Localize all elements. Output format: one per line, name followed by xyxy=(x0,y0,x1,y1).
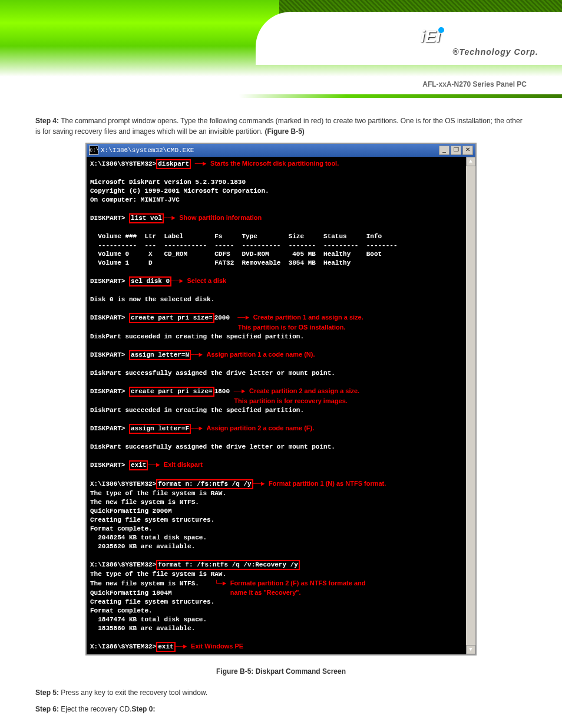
terminal-line: DiskPart successfully assigned the drive… xyxy=(90,369,462,378)
terminal-line: DISKPART> list vol──► Show partition inf… xyxy=(90,213,462,223)
terminal-line: QuickFormatting 1804M name it as "Recove… xyxy=(90,588,462,598)
terminal-line: The type of the file system is RAW. xyxy=(90,489,462,498)
step-4: Step 4: The command prompt window opens.… xyxy=(35,116,527,137)
table-row: Volume 1 D FAT32 Removeable 3854 MB Heal… xyxy=(90,259,462,268)
terminal-line: Copyright (C) 1999-2001 Microsoft Corpor… xyxy=(90,187,462,196)
cmd-window: c:\ X:\I386\system32\CMD.EXE _ ❐ ✕ ▲ ▼ X… xyxy=(85,143,477,655)
table-header: Volume ### Ltr Label Fs Type Size Status… xyxy=(90,232,462,241)
terminal-line: Creating file system structures. xyxy=(90,598,462,607)
terminal-line: Disk 0 is now the selected disk. xyxy=(90,295,462,304)
terminal-line: This partition is for recovery images. xyxy=(90,397,462,406)
terminal-line: Microsoft DiskPart version 5.2.3790.1830 xyxy=(90,178,462,187)
step-6: Step 6: Eject the recovery CD.Step 0: xyxy=(35,704,527,714)
terminal-line: DISKPART> exit──► Exit diskpart xyxy=(90,460,462,470)
terminal-line: On computer: MININT-JVC xyxy=(90,196,462,205)
terminal-line: DiskPart successfully assigned the drive… xyxy=(90,443,462,452)
figure-caption: Figure B-5: Diskpart Command Screen xyxy=(35,667,527,676)
step-5: Step 5: Press any key to exit the recove… xyxy=(35,687,527,698)
minimize-button[interactable]: _ xyxy=(439,146,449,155)
terminal-output[interactable]: ▲ ▼ X:\I386\SYSTEM32>diskpart ──► Starts… xyxy=(87,157,475,654)
terminal-line: DISKPART> assign letter=N──► Assign part… xyxy=(90,350,462,360)
scroll-down-icon[interactable]: ▼ xyxy=(466,645,475,654)
terminal-line: X:\I386\SYSTEM32>exit──► Exit Windows PE xyxy=(90,642,462,652)
maximize-button[interactable]: ❐ xyxy=(451,146,461,155)
cmd-icon: c:\ xyxy=(89,146,98,155)
table-row: Volume 0 X CD_ROM CDFS DVD-ROM 405 MB He… xyxy=(90,250,462,259)
header-banner: iEi ®Technology Corp. xyxy=(0,0,562,77)
terminal-line: The new file system is NTFS. └─► Formate… xyxy=(90,579,462,588)
scroll-up-icon[interactable]: ▲ xyxy=(466,157,475,166)
terminal-line: DiskPart succeeded in creating the speci… xyxy=(90,332,462,341)
terminal-line: This partition is for OS installation. xyxy=(90,323,462,332)
header-curve: iEi ®Technology Corp. xyxy=(256,12,562,65)
terminal-line: 1847474 KB total disk space. xyxy=(90,615,462,624)
doc-title: AFL-xxA-N270 Series Panel PC xyxy=(0,77,562,92)
terminal-line: 2035620 KB are available. xyxy=(90,542,462,551)
terminal-line: DISKPART> create part pri size=2000 ──► … xyxy=(90,313,462,323)
table-divider: ---------- --- ----------- ----- -------… xyxy=(90,241,462,250)
close-button[interactable]: ✕ xyxy=(462,146,473,155)
terminal-line: DISKPART> create part pri size=1800 ──► … xyxy=(90,387,462,397)
terminal-line: DISKPART> assign letter=F──► Assign part… xyxy=(90,424,462,434)
terminal-line: Creating file system structures. xyxy=(90,516,462,525)
terminal-line: QuickFormatting 2000M xyxy=(90,507,462,516)
terminal-line: Format complete. xyxy=(90,607,462,615)
tagline: ®Technology Corp. xyxy=(452,47,538,57)
window-buttons: _ ❐ ✕ xyxy=(439,146,473,155)
terminal-line: X:\I386\SYSTEM32>format n: /fs:ntfs /q /… xyxy=(90,479,462,489)
title-bar[interactable]: c:\ X:\I386\system32\CMD.EXE _ ❐ ✕ xyxy=(87,144,475,157)
terminal-line: The new file system is NTFS. xyxy=(90,498,462,507)
window-title: X:\I386\system32\CMD.EXE xyxy=(101,147,194,154)
terminal-line: DISKPART> sel disk 0──► Select a disk xyxy=(90,276,462,286)
terminal-line: Format complete. xyxy=(90,525,462,533)
terminal-line: X:\I386\SYSTEM32>format f: /fs:ntfs /q /… xyxy=(90,560,462,570)
terminal-line: DiskPart succeeded in creating the speci… xyxy=(90,406,462,415)
terminal-line: X:\I386\SYSTEM32>diskpart ──► Starts the… xyxy=(90,159,462,169)
logo: iEi xyxy=(421,27,444,46)
content-area: Step 4: The command prompt window opens.… xyxy=(0,98,562,728)
terminal-line: 1835860 KB are available. xyxy=(90,624,462,633)
terminal-line: 2048254 KB total disk space. xyxy=(90,533,462,542)
terminal-line: The type of the file system is RAW. xyxy=(90,570,462,579)
